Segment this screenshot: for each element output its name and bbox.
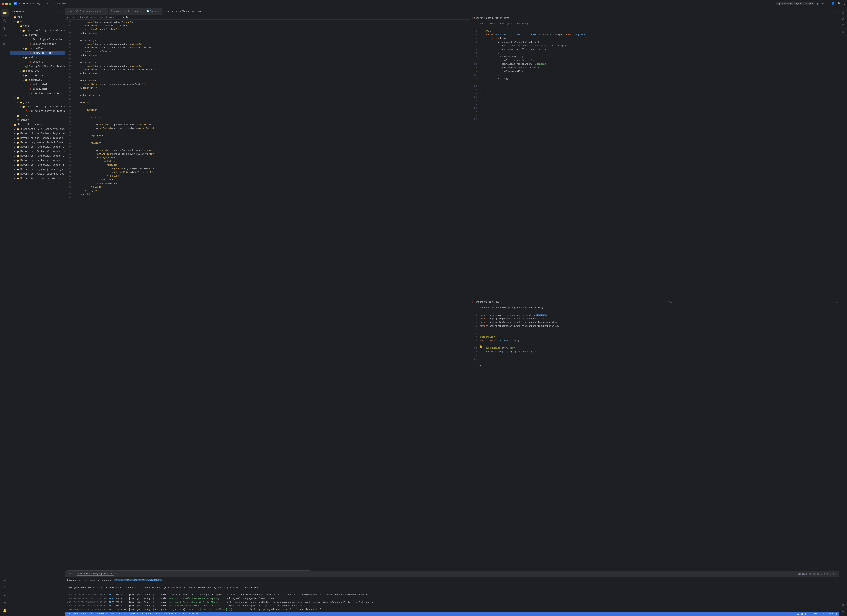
user-icon[interactable]: 👤: [831, 2, 835, 6]
sec-tab-close[interactable]: ✕: [203, 10, 205, 13]
tree-item-lib-jackson-jsr[interactable]: ▶ 📁 Maven: com.fasterxml.jackson.datatyp…: [10, 158, 65, 163]
tc-pane-tab[interactable]: C TestController.java ✕: [470, 299, 504, 305]
tree-item-lib-jackson-core[interactable]: ▶ 📁 Maven: com.fasterxml.jackson.core:ja…: [10, 145, 65, 149]
tree-item-target[interactable]: ▶ 📁 target: [10, 113, 65, 118]
tab-pom[interactable]: X pom.xml (SpringBootStudy) ✕: [65, 8, 109, 15]
log-tab-close[interactable]: ✕: [157, 10, 160, 13]
tc-code-editor[interactable]: 12345 678910 1112131415 1617 package com…: [470, 305, 839, 571]
activity-structure[interactable]: [1, 576, 9, 584]
status-indent[interactable]: 4 spaces: [823, 613, 834, 615]
run-app-label[interactable]: SpringBootStudyApplication: [77, 573, 114, 576]
tree-item-main[interactable]: ▼ 📁 main: [10, 19, 65, 24]
panel-scroll-icon[interactable]: ↓: [830, 573, 831, 575]
run-app-close[interactable]: ✕: [115, 573, 116, 575]
pom-tab-close[interactable]: ✕: [103, 10, 106, 13]
tree-item-test-package[interactable]: ▼ 📁 com.example.springbootstudy: [10, 105, 65, 109]
right-icon-palette[interactable]: [840, 16, 846, 22]
tree-item-login-html[interactable]: ▶ H login.html: [10, 87, 65, 91]
tree-item-student[interactable]: ▶ C Student: [10, 60, 65, 64]
tree-item-src[interactable]: ▼ 📁 src: [10, 15, 65, 19]
status-breadcrumb[interactable]: src > main > java > com > example > spri…: [91, 613, 200, 615]
run-tab-run-icon[interactable]: ▶: [75, 573, 76, 575]
tree-item-test[interactable]: ▼ 📁 test: [10, 96, 65, 100]
close-button[interactable]: [1, 3, 4, 5]
run-button[interactable]: ▶: [817, 2, 819, 6]
security-pane-more[interactable]: ⋯: [834, 17, 839, 19]
tree-item-lib-logback-core[interactable]: ▶ 📁 Maven: ch.qos.logback:logback-core:1…: [10, 136, 65, 140]
tree-item-package[interactable]: ▼ 📁 com.example.springbootstudy: [10, 28, 65, 33]
tree-item-app-props[interactable]: ▶ P application.properties: [10, 91, 65, 96]
global-search-icon[interactable]: 🔍: [837, 2, 841, 6]
status-lf[interactable]: LF: [808, 613, 811, 615]
tab-more-btn[interactable]: ⋯: [208, 10, 212, 13]
activity-notifications[interactable]: 🔔: [1, 607, 9, 615]
panel-stop-icon[interactable]: ■: [824, 573, 825, 575]
right-icon-m[interactable]: M: [840, 602, 846, 608]
tab-test-controller[interactable]: C TestController.java ✕: [109, 8, 145, 15]
tree-item-lib-jackson-mod[interactable]: ▶ 📁 Maven: com.fasterxml.jackson.module:…: [10, 163, 65, 167]
tree-item-app-tests[interactable]: ▶ C SpringBootStudyApplicationTests: [10, 109, 65, 113]
quickfix-lightbulb[interactable]: 💡: [480, 345, 482, 348]
log-tab-dropdown[interactable]: ▾: [155, 10, 156, 13]
tree-item-lib-lombok[interactable]: ▶ 📁 Maven: org.projectlombok:lombok-anno…: [10, 140, 65, 145]
tree-item-pom[interactable]: ▶ X pom.xml: [10, 118, 65, 122]
tree-item-templates[interactable]: ▼ 📁 templates: [10, 78, 65, 82]
activity-search[interactable]: [1, 17, 9, 24]
tree-item-web-config[interactable]: ▶ C WebConfiguration: [10, 42, 65, 46]
right-icon-bookmark[interactable]: [840, 9, 846, 15]
tc-pane-tab-close[interactable]: ✕: [501, 301, 502, 303]
tree-item-security-config[interactable]: ▶ C SecurityConfiguration: [10, 37, 65, 42]
tree-item-lib-jsonpath[interactable]: ▶ 📁 Maven: com.jayway.jsonpath:json-path…: [10, 167, 65, 172]
more-actions-button[interactable]: ⋯: [826, 2, 828, 6]
activity-debug[interactable]: [1, 32, 9, 40]
status-cursor[interactable]: ⓵ 3:44: [797, 613, 806, 615]
bc-dependencies[interactable]: dependencies: [80, 16, 96, 19]
security-pane-tab-close[interactable]: ✕: [511, 17, 511, 19]
right-icon-structure[interactable]: [840, 22, 846, 28]
run-config-label[interactable]: SpringBootStudyApplication: [776, 2, 815, 6]
right-icon-cog[interactable]: ⚙: [840, 609, 846, 615]
security-code-editor[interactable]: 12345 678910 1112131415 1617181920 21222…: [470, 21, 839, 299]
tree-item-java-dir[interactable]: ▼ 📁 java: [10, 24, 65, 28]
tree-item-test-java[interactable]: ▼ 📁 java: [10, 100, 65, 105]
sidebar-options[interactable]: ⋯: [60, 10, 62, 13]
tree-item-lib-android[interactable]: ▶ 📁 Maven: com.vaadin.external.google:an…: [10, 172, 65, 176]
tc-pane-more[interactable]: ⋯: [834, 301, 839, 304]
right-icon-notification[interactable]: [840, 29, 846, 35]
activity-terminal2[interactable]: T: [1, 584, 9, 591]
tree-item-test-controller[interactable]: ▶ C TestController: [10, 51, 65, 55]
panel-console-tab[interactable]: Console: [798, 573, 807, 575]
panel-settings-icon[interactable]: ⚙: [833, 573, 834, 575]
tree-item-spring-app[interactable]: ▶ 🌿 SpringBootStudyApplication: [10, 64, 65, 69]
security-pane-tab[interactable]: C SecurityConfiguration.java ✕: [470, 15, 514, 21]
editor-more-icon[interactable]: ⋯: [836, 10, 837, 13]
status-project-name[interactable]: SpringBootStudy: [66, 613, 87, 615]
tree-item-config[interactable]: ▼ 📁 config: [10, 33, 65, 37]
tab-security[interactable]: C SecurityConfiguration.java ✕: [162, 8, 208, 15]
tree-item-corretto[interactable]: ▶ 📁 < corretto-17 > Users/eve/Library/Ja…: [10, 127, 65, 131]
bc-project[interactable]: project: [67, 16, 77, 19]
tree-item-lib-logback[interactable]: ▶ 📁 Maven: ch.qos.logback:logback-classi…: [10, 131, 65, 136]
minimize-button[interactable]: [5, 3, 8, 5]
bc-artifactid[interactable]: artifactId: [115, 16, 128, 19]
bc-dependency[interactable]: dependency: [99, 16, 112, 19]
tc-pane-down[interactable]: ∨: [671, 301, 672, 303]
panel-restart-icon[interactable]: ↺: [821, 573, 822, 575]
status-layout[interactable]: ⊞: [836, 613, 837, 615]
activity-explorer[interactable]: 📁: [1, 9, 9, 17]
tab-log[interactable]: 📄 log ▾ ✕: [145, 8, 162, 15]
activity-problems[interactable]: [1, 568, 9, 576]
stop-button[interactable]: ■: [822, 2, 823, 6]
tree-item-lib-jackson-dt[interactable]: ▶ 📁 Maven: com.fasterxml.jackson.datatyp…: [10, 154, 65, 158]
run-label[interactable]: Run: [66, 573, 74, 576]
activity-settings-bottom[interactable]: M: [1, 599, 9, 607]
tree-item-index-html[interactable]: ▶ H index.html: [10, 82, 65, 87]
activity-git[interactable]: [1, 25, 9, 32]
tree-item-resources[interactable]: ▼ 📁 resources: [10, 69, 65, 73]
panel-actuator-tab[interactable]: Actuator: [809, 573, 819, 575]
tree-item-lib-jackson-bind[interactable]: ▶ 📁 Maven: com.fasterxml.jackson.core:ja…: [10, 149, 65, 154]
activity-run2[interactable]: ▶: [1, 592, 9, 599]
tree-item-static[interactable]: ▶ 📁 static.static: [10, 73, 65, 78]
tree-item-ext-libs[interactable]: ▼ 📁 External Libraries: [10, 122, 65, 127]
maximize-button[interactable]: [9, 3, 12, 5]
